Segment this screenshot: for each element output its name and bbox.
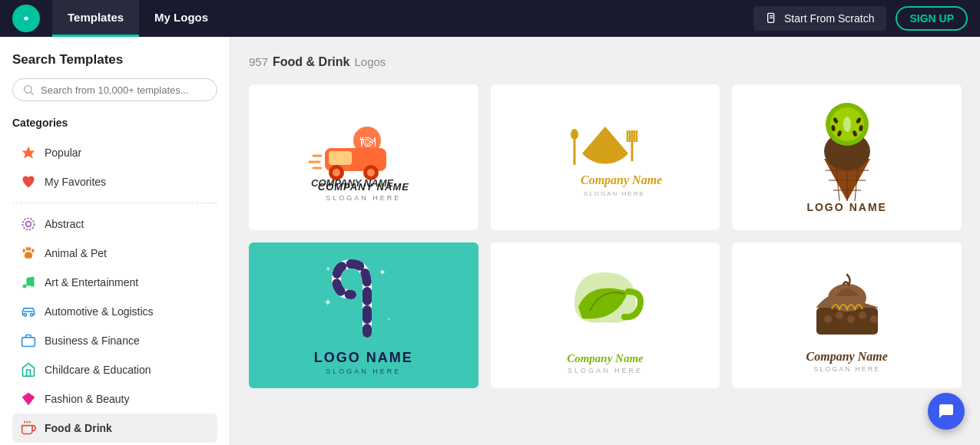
sidebar-item-animal[interactable]: Animal & Pet: [12, 239, 217, 268]
file-icon: [766, 12, 778, 25]
sidebar-item-favorites[interactable]: My Favorites: [12, 167, 217, 196]
svg-text:✦: ✦: [386, 316, 392, 323]
sidebar: Search Templates Categories Popular My F…: [0, 37, 230, 445]
sidebar-item-label: Automotive & Logistics: [45, 305, 154, 318]
diamond-icon: [20, 391, 37, 407]
header: Templates My Logos Start From Scratch SI…: [0, 0, 980, 37]
svg-text:✦: ✦: [323, 296, 333, 308]
abstract-icon: [20, 216, 37, 232]
svg-point-30: [367, 169, 375, 176]
logo-card-5[interactable]: Company Name SLOGAN HERE: [491, 242, 720, 388]
sidebar-item-label: Fashion & Beauty: [45, 393, 130, 405]
signup-button[interactable]: SIGN UP: [896, 6, 968, 31]
cake-logo-svg: Company Name SLOGAN HERE: [544, 111, 667, 203]
svg-point-10: [26, 247, 28, 251]
start-scratch-button[interactable]: Start From Scratch: [753, 6, 886, 31]
search-icon: [22, 84, 35, 96]
logo-card-4[interactable]: ✦ ✦ · ✦ ✦ LOGO NAME SLOGAN HERE: [249, 242, 478, 388]
svg-rect-24: [329, 151, 352, 165]
svg-point-73: [870, 315, 878, 323]
svg-point-55: [843, 117, 851, 132]
sidebar-item-label: Popular: [45, 147, 81, 159]
sidebar-item-food[interactable]: Food & Drink: [12, 414, 217, 443]
sidebar-item-art[interactable]: Art & Entertainment: [12, 268, 217, 297]
logo-card-3[interactable]: LOGO NAME: [732, 84, 962, 230]
svg-point-14: [31, 283, 35, 287]
logo-1-container: 🍽 COMPANY NAME SLOGAN HERE: [249, 84, 478, 230]
svg-line-5: [31, 92, 34, 95]
svg-point-70: [836, 312, 843, 319]
search-box[interactable]: [12, 78, 217, 101]
house-icon: [20, 361, 37, 378]
content-suffix: Logos: [354, 55, 386, 68]
svg-point-15: [24, 314, 26, 316]
search-input[interactable]: [41, 84, 207, 96]
svg-text:✦: ✦: [325, 265, 331, 273]
results-count: 957: [249, 55, 268, 68]
chat-button[interactable]: [928, 393, 965, 430]
paw-icon: [20, 245, 37, 262]
nav-my-logos[interactable]: My Logos: [139, 0, 223, 37]
svg-point-4: [25, 86, 31, 93]
sidebar-divider: [12, 203, 217, 203]
briefcase-icon: [20, 332, 37, 349]
svg-point-7: [26, 222, 31, 227]
delivery-logo-svg: 🍽 COMPANY NAME SLOGAN HERE: [302, 114, 425, 190]
sidebar-item-label: My Favorites: [45, 176, 106, 188]
star-icon: [20, 144, 37, 161]
svg-text:·: ·: [382, 293, 384, 300]
logo-card-1[interactable]: 🍽 COMPANY NAME SLOGAN HERE: [249, 84, 478, 230]
sidebar-item-abstract[interactable]: Abstract: [12, 209, 217, 239]
svg-text:Company Name: Company Name: [581, 173, 662, 187]
sidebar-item-business[interactable]: Business & Finance: [12, 326, 217, 355]
svg-point-71: [847, 315, 855, 323]
cupcake-logo-svg: [793, 258, 901, 350]
sidebar-item-fashion[interactable]: Fashion & Beauty: [12, 384, 217, 414]
svg-point-69: [824, 315, 832, 323]
svg-point-16: [31, 314, 33, 316]
sidebar-item-popular[interactable]: Popular: [12, 138, 217, 167]
sidebar-item-label: Abstract: [45, 218, 84, 230]
logo-card-2[interactable]: Company Name SLOGAN HERE: [491, 84, 720, 230]
content-header: 957 Food & Drink Logos: [249, 55, 962, 69]
svg-text:SLOGAN HERE: SLOGAN HERE: [584, 190, 645, 197]
svg-text:🍽: 🍽: [360, 133, 376, 150]
car-icon: [20, 303, 37, 320]
categories-title: Categories: [12, 117, 217, 129]
sidebar-search-title: Search Templates: [12, 52, 217, 68]
svg-rect-17: [22, 338, 35, 347]
food-icon: [20, 420, 37, 437]
nav-templates[interactable]: Templates: [52, 0, 139, 37]
svg-point-9: [23, 249, 25, 252]
svg-point-72: [859, 312, 866, 319]
logo-6-container: Company Name SLOGAN HERE: [732, 242, 962, 388]
logo-card-6[interactable]: Company Name SLOGAN HERE: [732, 242, 962, 388]
main-layout: Search Templates Categories Popular My F…: [0, 37, 980, 445]
candy-logo-svg: ✦ ✦ · ✦ ✦: [310, 256, 417, 356]
logo-4-container: ✦ ✦ · ✦ ✦ LOGO NAME SLOGAN HERE: [249, 242, 478, 388]
svg-point-11: [28, 247, 31, 251]
sidebar-item-label: Business & Finance: [45, 335, 140, 347]
svg-point-13: [23, 285, 27, 288]
sidebar-item-label: Food & Drink: [45, 422, 112, 434]
logo-5-container: Company Name SLOGAN HERE: [491, 242, 720, 388]
content-area: 957 Food & Drink Logos: [230, 37, 980, 445]
logo-3-container: LOGO NAME: [732, 84, 962, 230]
leaf-logo-svg: [544, 257, 667, 349]
app-logo[interactable]: [12, 5, 40, 32]
icecream-logo-svg: [786, 101, 909, 209]
logo-grid: 🍽 COMPANY NAME SLOGAN HERE: [249, 84, 962, 388]
heart-icon: [20, 173, 37, 190]
sidebar-item-automotive[interactable]: Automotive & Logistics: [12, 297, 217, 326]
svg-marker-6: [22, 147, 35, 159]
category-name: Food & Drink: [273, 55, 349, 69]
sidebar-item-childcare[interactable]: Childcare & Education: [12, 355, 217, 384]
sidebar-item-label: Art & Entertainment: [45, 276, 138, 288]
svg-point-68: [828, 284, 866, 312]
sidebar-item-label: Childcare & Education: [45, 364, 151, 376]
music-icon: [20, 274, 37, 291]
logo-2-container: Company Name SLOGAN HERE: [491, 84, 720, 230]
svg-point-41: [571, 129, 578, 140]
svg-point-8: [23, 219, 35, 230]
main-nav: Templates My Logos: [52, 0, 223, 37]
